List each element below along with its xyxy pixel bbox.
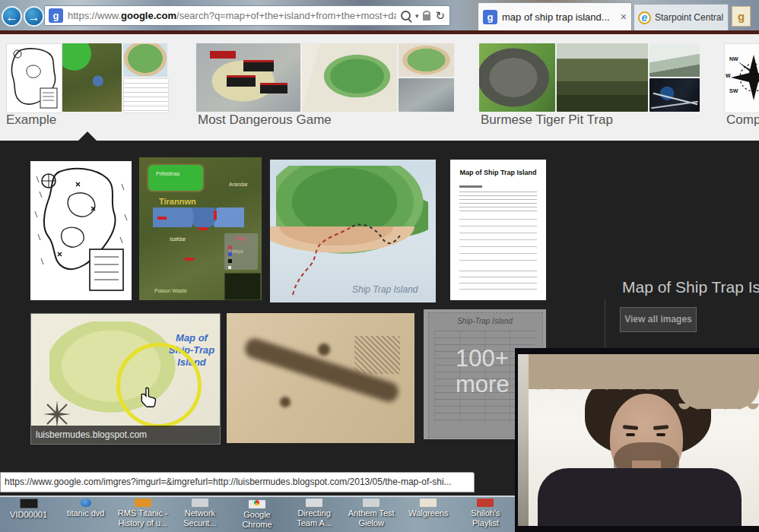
hand-cursor-icon <box>139 387 159 410</box>
internet-explorer-icon: e <box>638 11 651 24</box>
strip-thumb-game-map[interactable] <box>62 43 122 112</box>
folder-icon <box>135 499 151 507</box>
hover-source-caption: luisbermudes.blogspot.com <box>31 426 220 444</box>
document-icon <box>192 499 208 507</box>
related-images-strip: Example Most Dangerous Game Burmese Tige… <box>0 34 759 141</box>
bw-map-drawing <box>7 44 62 112</box>
desktop-icon-anthem-test[interactable]: Anthem TestGielow <box>343 499 400 530</box>
hand-drawn-compass-icon <box>42 399 72 429</box>
result-thumb-sepia-map[interactable] <box>227 313 414 443</box>
url-text: https://www.google.com/search?q=map+of+t… <box>68 10 396 21</box>
highlight-circle <box>116 343 202 428</box>
google-favicon-icon: g <box>483 10 497 24</box>
desktop-icon-shilohs-playlist[interactable]: Shiloh'sPlaylist <box>457 499 514 530</box>
webcam-overlay <box>515 348 759 532</box>
strip-thumb-dark-pit[interactable] <box>649 78 700 112</box>
desktop-icon-directing-team[interactable]: DirectingTeam A... <box>286 499 343 530</box>
forward-button[interactable]: → <box>24 6 44 27</box>
person-eye <box>626 433 635 436</box>
wall-edge <box>518 354 529 526</box>
group-label-example[interactable]: Example <box>6 112 56 128</box>
game-map-area-label: Poison Waste <box>154 288 187 293</box>
strip-thumb-document[interactable] <box>123 78 169 113</box>
bw-treasure-map-drawing <box>30 161 132 300</box>
watercolor-trail-path <box>270 160 436 302</box>
strip-thumb-gray-map[interactable] <box>399 78 454 112</box>
curtain-valance-drop <box>678 377 759 409</box>
address-bar[interactable]: g https://www.google.com/search?q=map+of… <box>44 5 450 26</box>
group-label-most-dangerous-game[interactable]: Most Dangerous Game <box>198 112 332 128</box>
game-map-area-label: Prifddinas <box>156 171 179 176</box>
strip-thumb-stone-pit[interactable] <box>479 43 555 112</box>
group-label-burmese-tiger-pit-trap[interactable]: Burmese Tiger Pit Trap <box>481 112 613 128</box>
person-jacket <box>538 468 742 526</box>
watercolor-caption: Ship Trap Island <box>352 284 418 295</box>
compass-w-label: W <box>726 73 731 78</box>
game-map-title: Tirannwn <box>159 197 196 206</box>
tab-title: map of ship trap island... <box>502 11 618 23</box>
result-thumb-watercolor-map[interactable]: Ship Trap Island <box>270 160 436 302</box>
webcam-video-frame <box>518 354 759 526</box>
document-icon <box>363 499 380 507</box>
document-icon <box>420 499 437 507</box>
desktop-icons-row: VID00001 titanic dvd RMS Titanic -Histor… <box>0 499 514 530</box>
game-map-legend-title: Key <box>235 235 246 242</box>
forward-arrow-icon: → <box>28 11 40 24</box>
lock-icon <box>423 14 430 21</box>
strip-thumb-illustrated-map[interactable] <box>123 43 167 77</box>
video-file-icon <box>20 499 38 508</box>
desktop-icon-walgreens[interactable]: Walgreens <box>400 499 457 530</box>
strip-thumb-forest-bog[interactable] <box>557 43 648 112</box>
strip-thumb-afghan-map[interactable] <box>196 43 300 112</box>
desktop-icon-network-security[interactable]: NetworkSecurit... <box>171 499 228 530</box>
grayed-doc-title: Ship-Trap Island <box>424 317 546 325</box>
dvd-disc-icon <box>81 499 91 507</box>
tab-title: Starpoint Central School ... <box>655 12 724 23</box>
search-icon[interactable] <box>401 11 411 21</box>
game-map-area-label: Arandar <box>229 182 248 187</box>
close-icon[interactable]: × <box>621 11 627 23</box>
result-thumb-hovered-map[interactable]: Map of Ship-Trap Island luisbermudes.blo… <box>30 313 221 445</box>
more-results-overlay[interactable]: 100+ more <box>456 346 510 397</box>
google-favicon-icon: g <box>49 8 63 23</box>
selected-group-notch <box>78 131 97 141</box>
group-label-compass[interactable]: Comp <box>726 112 759 128</box>
g-favicon-tab[interactable]: g <box>732 6 751 27</box>
back-button[interactable]: ← <box>2 6 22 27</box>
strip-thumb-bw-map[interactable] <box>6 43 62 113</box>
game-map-area-label: Isafdar <box>170 236 186 242</box>
desktop-icon-google-chrome[interactable]: GoogleChrome <box>228 499 285 530</box>
document-icon <box>306 499 322 507</box>
browser-chrome: ← → g https://www.google.com/search?q=ma… <box>0 0 759 30</box>
back-arrow-icon: ← <box>6 11 18 24</box>
address-bar-icons: ▾ ↻ <box>396 11 449 21</box>
desktop-icon-vid00001[interactable]: VID00001 <box>0 499 57 530</box>
view-all-images-button[interactable]: View all images <box>620 307 697 332</box>
playlist-icon <box>477 499 494 507</box>
strip-thumb-compass[interactable]: NW W SW <box>724 43 759 113</box>
tab-ship-trap-island[interactable]: g map of ship trap island... × <box>478 2 632 30</box>
strip-thumb-snowy-pit[interactable] <box>649 43 700 77</box>
strip-thumb-drawn-island-map[interactable] <box>302 43 397 112</box>
strip-thumb-small-map[interactable] <box>399 43 454 77</box>
result-thumb-game-map[interactable]: Prifddinas Arandar Tirannwn Isafdar Llet… <box>139 157 262 300</box>
result-thumb-bw-treasure-map[interactable] <box>30 161 132 300</box>
compass-rose-icon <box>731 55 759 100</box>
chrome-icon <box>249 500 265 508</box>
worksheet-title: Map of Ship Trap Island <box>450 169 546 176</box>
status-bar-url: https://www.google.com/imgres?imgurl=&im… <box>0 472 475 492</box>
compass-nw-label: NW <box>729 56 738 62</box>
preview-title: Map of Ship Trap Island <box>622 278 759 296</box>
tab-starpoint-school[interactable]: e Starpoint Central School ... <box>634 4 729 30</box>
result-thumb-worksheet[interactable]: Map of Ship Trap Island <box>450 160 546 300</box>
compass-sw-label: SW <box>729 88 738 93</box>
desktop-icon-rms-titanic[interactable]: RMS Titanic -History of u... <box>114 499 171 530</box>
chevron-down-icon[interactable]: ▾ <box>415 12 419 20</box>
person-eye <box>656 433 665 436</box>
refresh-icon[interactable]: ↻ <box>435 11 445 21</box>
desktop-icon-titanic-dvd[interactable]: titanic dvd <box>57 499 114 530</box>
